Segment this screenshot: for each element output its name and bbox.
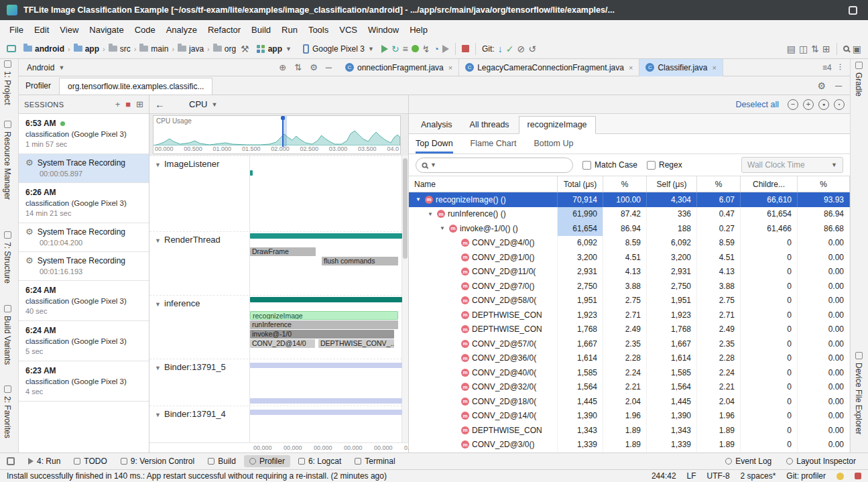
- collapse-icon[interactable]: ▼: [155, 365, 161, 371]
- tool-stripe-build-variants[interactable]: Build Variants: [3, 305, 12, 365]
- profile-button[interactable]: ◔: [434, 44, 439, 54]
- trace-span[interactable]: runInference: [250, 320, 398, 329]
- menu-help[interactable]: Help: [404, 22, 433, 38]
- trace-span[interactable]: [250, 410, 402, 415]
- menu-edit[interactable]: Edit: [29, 22, 54, 38]
- editor-tab[interactable]: CClassifier.java×: [639, 59, 723, 76]
- git-rollback-icon[interactable]: ↺: [528, 44, 536, 54]
- profiler-session-tab[interactable]: org.tensorflow.lite.examples.classific..…: [59, 78, 212, 95]
- project-view-selector[interactable]: Android: [27, 63, 54, 72]
- collapse-icon[interactable]: ▼: [155, 162, 161, 168]
- table-row[interactable]: mCONV_2D@58/0(1,9512.751,9512.7500.00: [409, 294, 850, 308]
- device-manager-icon[interactable]: ⇅: [811, 44, 819, 54]
- toolwindow-profiler[interactable]: Profiler: [244, 455, 290, 467]
- apply-code-changes-icon[interactable]: ↯: [422, 44, 430, 54]
- hide-panel-icon[interactable]: ─: [835, 80, 842, 91]
- trace-span[interactable]: recognizeImage: [250, 311, 398, 320]
- profiler-type-dropdown[interactable]: CPU ▼: [189, 99, 217, 109]
- indent-setting[interactable]: 2 spaces*: [741, 471, 776, 481]
- editor-tab[interactable]: CLegacyCameraConnectionFragment.java×: [459, 59, 639, 76]
- thread-row[interactable]: ▼inferencerecognizeImagerunInferenceinvo…: [149, 295, 402, 359]
- tool-stripe-2-favorites[interactable]: 2: Favorites: [3, 385, 12, 438]
- column-header[interactable]: %: [603, 176, 647, 192]
- trace-span[interactable]: [250, 398, 402, 404]
- menu-tools[interactable]: Tools: [303, 22, 334, 38]
- table-row[interactable]: mDEPTHWISE_CON1,9232.711,9232.7100.00: [409, 308, 850, 322]
- regex-checkbox[interactable]: Regex: [647, 160, 682, 170]
- editor-tab[interactable]: ConnectionFragment.java×: [339, 59, 459, 76]
- session-item[interactable]: 6:24 AMclassification (Google Pixel 3)40…: [19, 281, 149, 321]
- recording-item[interactable]: ⚙System Trace Recording00:10:04.200: [19, 223, 149, 252]
- sdk-manager-icon[interactable]: ⊞: [822, 44, 830, 54]
- window-maximize-button[interactable]: [849, 6, 857, 15]
- expander-icon[interactable]: ▼: [414, 196, 422, 202]
- search-everywhere-icon[interactable]: [843, 46, 849, 52]
- menu-navigate[interactable]: Navigate: [84, 22, 129, 38]
- gear-icon[interactable]: ⚙: [308, 62, 320, 72]
- toolwindow-todo[interactable]: TODO: [68, 455, 112, 467]
- trace-span[interactable]: [250, 363, 402, 368]
- menu-run[interactable]: Run: [276, 22, 303, 38]
- toolwindow-9-version-control[interactable]: 9: Version Control: [115, 455, 200, 467]
- expander-icon[interactable]: ▼: [438, 225, 446, 231]
- table-row[interactable]: mDEPTHWISE_CON1,7682.491,7682.4900.00: [409, 322, 850, 337]
- trace-span[interactable]: flush commands: [322, 257, 398, 265]
- table-row[interactable]: mCONV_2D@7/0()2,7503.882,7503.8800.00: [409, 279, 850, 294]
- recording-item[interactable]: ⚙System Trace Recording00:01:16.193: [19, 252, 149, 281]
- table-row[interactable]: mCONV_2D@4/0()6,0928.596,0928.5900.00: [409, 236, 850, 251]
- recording-item[interactable]: ⚙System Trace Recording00:00:05.897: [19, 154, 149, 183]
- git-branch[interactable]: Git: profiler: [786, 471, 826, 481]
- breadcrumb-src[interactable]: src: [107, 44, 132, 54]
- line-separator[interactable]: LF: [687, 471, 696, 481]
- tool-stripe-device-file-explorer[interactable]: Device File Explorer: [854, 352, 863, 434]
- stop-button[interactable]: [462, 45, 469, 52]
- hidden-tabs-icon[interactable]: ≡4: [822, 63, 832, 72]
- table-row[interactable]: mCONV_2D@14/0(1,3901.961,3901.9600.00: [409, 409, 850, 424]
- tool-stripe-gradle[interactable]: Gradle: [854, 62, 863, 97]
- breadcrumb-main[interactable]: main: [138, 44, 170, 54]
- build-hammer-icon[interactable]: ⚒: [241, 44, 249, 54]
- breadcrumb-org[interactable]: org: [212, 44, 237, 54]
- thread-row[interactable]: ▼Binder:13791_5: [149, 359, 402, 406]
- column-header[interactable]: Self (μs): [647, 176, 697, 192]
- git-commit-icon[interactable]: ✓: [506, 44, 514, 54]
- table-row[interactable]: mCONV_2D@36/0(1,6142.281,6142.2800.00: [409, 351, 850, 366]
- expander-icon[interactable]: ▼: [426, 211, 434, 217]
- run-configuration-dropdown[interactable]: app ▼: [253, 43, 296, 55]
- notification-icon[interactable]: [836, 473, 844, 480]
- menu-analyze[interactable]: Analyze: [161, 22, 202, 38]
- menu-code[interactable]: Code: [129, 22, 161, 38]
- layout-inspector-icon[interactable]: ◫: [799, 44, 808, 54]
- trace-span[interactable]: [250, 233, 402, 239]
- stack-icon[interactable]: ▣: [853, 44, 861, 54]
- tool-stripe-1-project[interactable]: 1: Project: [3, 60, 12, 105]
- menu-build[interactable]: Build: [246, 22, 276, 38]
- menu-file[interactable]: File: [4, 22, 29, 38]
- menu-view[interactable]: View: [54, 22, 84, 38]
- tab-all-threads[interactable]: All threads: [462, 117, 517, 133]
- attach-debugger-icon[interactable]: ≡: [403, 44, 408, 54]
- breadcrumb-android[interactable]: android: [22, 44, 66, 54]
- table-row[interactable]: mCONV_2D@32/0(1,5642.211,5642.2100.00: [409, 380, 850, 395]
- breadcrumb-java[interactable]: java: [176, 44, 205, 54]
- toolwindow-4-run[interactable]: 4: Run: [23, 455, 66, 467]
- zoom-out-icon[interactable]: −: [788, 99, 798, 110]
- close-tab-icon[interactable]: ×: [627, 64, 633, 72]
- trace-span[interactable]: invoke@-1/0: [250, 330, 394, 339]
- collapse-all-icon[interactable]: ⇅: [292, 62, 304, 72]
- column-header[interactable]: Total (μs): [558, 176, 603, 192]
- reset-zoom-icon[interactable]: ●: [818, 99, 829, 110]
- hide-panel-icon[interactable]: ─: [324, 62, 334, 72]
- toolwindow-build[interactable]: Build: [202, 455, 241, 467]
- trace-span[interactable]: DrawFrame: [250, 247, 316, 256]
- column-header[interactable]: Childre...: [741, 176, 798, 192]
- thread-row[interactable]: ▼ImageListener: [149, 156, 402, 231]
- toolwindow-layout-inspector[interactable]: Layout Inspector: [781, 455, 861, 467]
- zoom-in-icon[interactable]: +: [803, 99, 814, 110]
- toolwindow-event-log[interactable]: Event Log: [720, 455, 777, 467]
- locate-file-icon[interactable]: ⊕: [277, 62, 288, 72]
- tool-stripe-7-structure[interactable]: 7: Structure: [3, 231, 12, 284]
- session-item[interactable]: 6:26 AMclassification (Google Pixel 3)14…: [19, 183, 149, 223]
- table-row[interactable]: mCONV_2D@57/0(1,6672.351,6672.3500.00: [409, 337, 850, 351]
- thread-row[interactable]: ▼Binder:13791_4: [149, 406, 402, 442]
